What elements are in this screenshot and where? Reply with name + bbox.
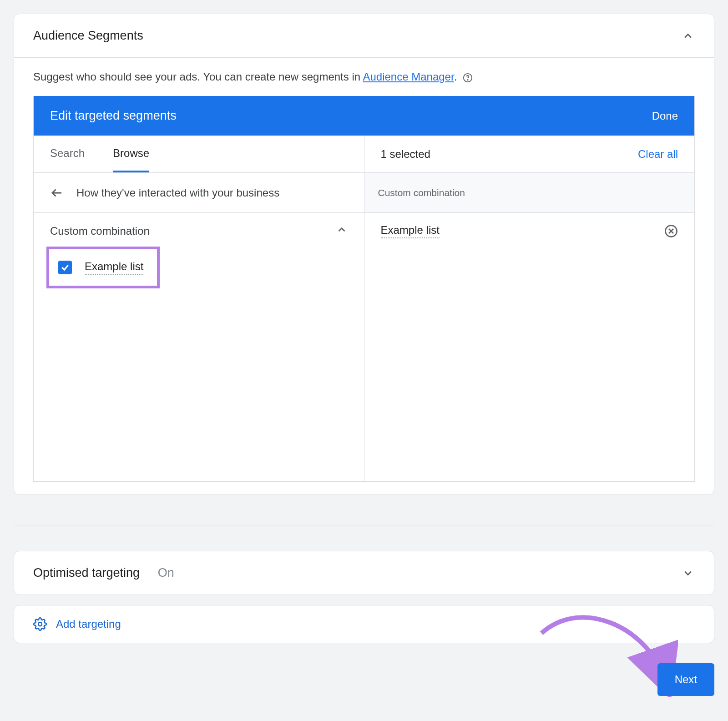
remove-icon[interactable] bbox=[664, 224, 678, 238]
chevron-up-icon bbox=[336, 224, 348, 238]
optimised-left: Optimised targeting On bbox=[33, 566, 174, 580]
group-label: Custom combination bbox=[50, 225, 150, 237]
breadcrumb-row: How they've interacted with your busines… bbox=[34, 173, 364, 213]
selected-item-label: Example list bbox=[381, 224, 440, 238]
example-list-label[interactable]: Example list bbox=[85, 260, 143, 275]
optimised-title: Optimised targeting bbox=[33, 566, 140, 580]
done-button[interactable]: Done bbox=[652, 110, 678, 122]
group-row[interactable]: Custom combination bbox=[34, 213, 364, 243]
selected-bar: 1 selected Clear all bbox=[364, 136, 695, 173]
selected-column: 1 selected Clear all Custom combination … bbox=[364, 136, 695, 481]
optimised-status: On bbox=[158, 566, 174, 580]
browse-column: Search Browse How they've interacted wit… bbox=[34, 136, 364, 481]
segments-editor: Edit targeted segments Done Search Brows… bbox=[33, 96, 695, 482]
selected-count: 1 selected bbox=[381, 148, 430, 161]
audience-segments-card: Audience Segments Suggest who should see… bbox=[14, 14, 714, 495]
section-divider bbox=[14, 525, 714, 525]
editor-tabs: Search Browse bbox=[34, 136, 364, 173]
highlighted-option: Example list bbox=[46, 247, 160, 288]
svg-point-1 bbox=[467, 80, 468, 80]
selected-group-header: Custom combination bbox=[364, 173, 695, 213]
next-area: Next bbox=[14, 643, 714, 693]
breadcrumb-label: How they've interacted with your busines… bbox=[76, 187, 279, 199]
audience-manager-link[interactable]: Audience Manager bbox=[363, 71, 454, 83]
expand-icon[interactable] bbox=[681, 566, 695, 580]
editor-columns: Search Browse How they've interacted wit… bbox=[34, 136, 694, 481]
collapse-icon[interactable] bbox=[681, 29, 695, 43]
tab-search[interactable]: Search bbox=[50, 136, 85, 172]
help-icon[interactable] bbox=[463, 73, 473, 83]
suggest-text: Suggest who should see your ads. You can… bbox=[14, 58, 714, 96]
svg-point-6 bbox=[38, 622, 42, 626]
suggest-period: . bbox=[454, 71, 457, 83]
suggest-prefix: Suggest who should see your ads. You can… bbox=[33, 71, 363, 83]
example-list-checkbox[interactable] bbox=[58, 261, 72, 274]
back-arrow-icon[interactable] bbox=[50, 186, 64, 200]
editor-title: Edit targeted segments bbox=[50, 109, 177, 123]
audience-header: Audience Segments bbox=[14, 14, 714, 58]
selected-group-label: Custom combination bbox=[378, 187, 465, 198]
audience-title: Audience Segments bbox=[33, 29, 143, 43]
tab-browse[interactable]: Browse bbox=[113, 136, 149, 172]
next-button[interactable]: Next bbox=[657, 663, 714, 696]
segment-option-wrapper: Example list bbox=[34, 243, 364, 288]
optimised-targeting-card[interactable]: Optimised targeting On bbox=[14, 551, 714, 595]
gear-icon bbox=[33, 617, 47, 631]
editor-header: Edit targeted segments Done bbox=[34, 96, 694, 136]
add-targeting-label: Add targeting bbox=[56, 618, 121, 630]
clear-all-button[interactable]: Clear all bbox=[638, 148, 678, 161]
add-targeting-button[interactable]: Add targeting bbox=[14, 605, 714, 643]
selected-item-row: Example list bbox=[364, 213, 695, 249]
